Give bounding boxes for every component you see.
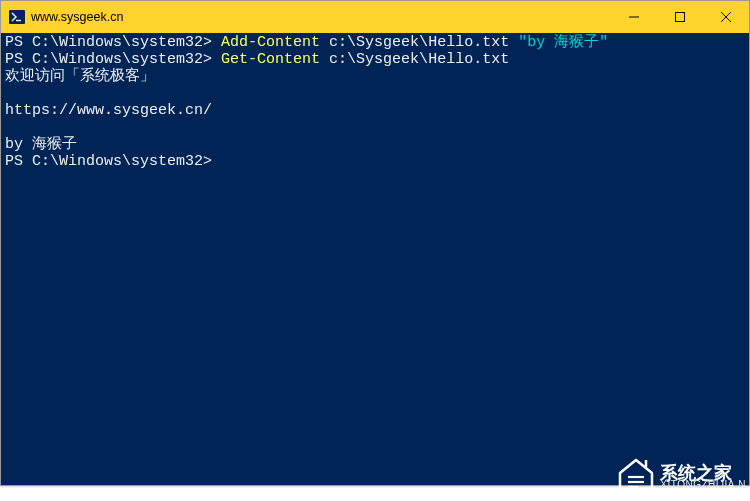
- argument: c:\Sysgeek\Hello.txt: [329, 51, 509, 68]
- svg-rect-3: [676, 13, 685, 22]
- maximize-button[interactable]: [657, 1, 703, 33]
- output-line: [5, 119, 745, 136]
- output-line: https://www.sysgeek.cn/: [5, 102, 745, 119]
- window-controls: [611, 1, 749, 33]
- string-literal: "by 海猴子": [518, 34, 608, 51]
- svg-rect-0: [9, 10, 25, 24]
- command-line: PS C:\Windows\system32> Get-Content c:\S…: [5, 51, 745, 68]
- output-line: 欢迎访问「系统极客」: [5, 68, 745, 85]
- prompt: PS C:\Windows\system32>: [5, 153, 212, 170]
- titlebar[interactable]: www.sysgeek.cn: [1, 1, 749, 33]
- terminal-body[interactable]: PS C:\Windows\system32> Add-Content c:\S…: [1, 33, 749, 485]
- minimize-button[interactable]: [611, 1, 657, 33]
- argument: c:\Sysgeek\Hello.txt: [329, 34, 509, 51]
- powershell-icon: [9, 9, 25, 25]
- close-button[interactable]: [703, 1, 749, 33]
- prompt: PS C:\Windows\system32>: [5, 51, 212, 68]
- prompt-line: PS C:\Windows\system32>: [5, 153, 745, 170]
- output-line: [5, 85, 745, 102]
- cmdlet: Add-Content: [221, 34, 320, 51]
- powershell-window: www.sysgeek.cn PS C:\Windows\system32> A…: [0, 0, 750, 486]
- prompt: PS C:\Windows\system32>: [5, 34, 212, 51]
- command-line: PS C:\Windows\system32> Add-Content c:\S…: [5, 34, 745, 51]
- cmdlet: Get-Content: [221, 51, 320, 68]
- window-title: www.sysgeek.cn: [31, 10, 123, 24]
- output-line: by 海猴子: [5, 136, 745, 153]
